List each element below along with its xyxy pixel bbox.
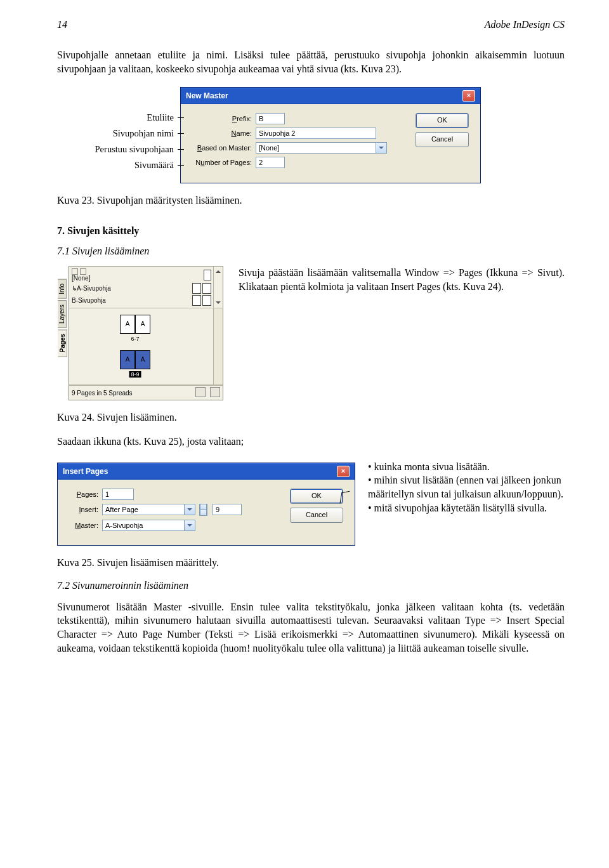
name-label: Name: [188, 129, 256, 137]
close-icon[interactable]: × [337, 466, 350, 477]
caption-24: Kuva 24. Sivujen lisääminen. [57, 412, 565, 423]
chevron-down-icon[interactable] [185, 504, 195, 515]
bullet-1: kuinka monta sivua lisätään. [368, 460, 565, 474]
new-master-dialog: New Master × Prefix: Name: Based on Mast… [180, 87, 481, 183]
page-icon [202, 283, 211, 294]
page-icon [202, 295, 211, 306]
caption-23: Kuva 23. Sivupohjan määritysten lisäämin… [57, 195, 565, 206]
based-on-label: Based on Master: [188, 144, 256, 152]
page-number: 14 [57, 19, 67, 30]
cancel-button[interactable]: Cancel [416, 132, 469, 147]
paragraph-25-intro: Saadaan ikkuna (kts. Kuva 25), josta val… [57, 435, 565, 449]
panel-nav-icon[interactable] [72, 268, 78, 275]
pages-status: 9 Pages in 5 Spreads [72, 390, 133, 397]
pages-input[interactable] [102, 489, 134, 500]
bullet-2: mihin sivut lisätään (ennen vai jälkeen … [368, 473, 565, 501]
spread-8-9-selected[interactable]: A A 8-9 [120, 350, 150, 369]
tab-info[interactable]: Info [58, 279, 67, 299]
spread-label: 6-7 [120, 336, 150, 342]
paragraph-7-1: Sivuja päästään lisäämään valitsemalla W… [239, 266, 565, 293]
master-none[interactable]: [None] [72, 275, 90, 282]
panel-nav-icon[interactable] [80, 268, 86, 275]
master-combo[interactable] [102, 520, 185, 531]
page-icon [192, 295, 201, 306]
prefix-input[interactable] [256, 113, 285, 124]
insert-page-number-input[interactable] [213, 504, 242, 515]
tab-layers[interactable]: Layers [58, 300, 67, 328]
insert-pages-dialog: Insert Pages × Pages: Insert: [57, 463, 355, 546]
pages-label: Pages: [65, 490, 102, 498]
insert-label: Insert: [65, 506, 102, 513]
prefix-label: Prefix: [188, 115, 256, 122]
page-thumb[interactable]: A [120, 350, 135, 369]
num-pages-label: Number of Pages: [188, 159, 256, 166]
insert-pages-title: Insert Pages [63, 467, 108, 476]
section-7-heading: 7. Sivujen käsittely [57, 225, 565, 237]
page-thumb[interactable]: A [135, 350, 150, 369]
name-input[interactable] [256, 128, 376, 139]
bullet-3: mitä sivupohjaa käytetään lisätyllä sivu… [368, 501, 565, 515]
insert-pages-bullets: kuinka monta sivua lisätään. mihin sivut… [368, 460, 565, 515]
insert-position-combo[interactable] [102, 504, 185, 515]
scrollbar[interactable] [213, 266, 223, 308]
spread-6-7[interactable]: A A 6-7 [120, 315, 150, 334]
spread-label: 8-9 [129, 371, 141, 378]
callout-based-on: Perustuu sivupohjaan [57, 141, 178, 157]
based-on-combo[interactable] [256, 142, 376, 154]
trash-icon[interactable] [210, 387, 220, 397]
ok-button[interactable]: OK [416, 113, 469, 128]
intro-paragraph: Sivupohjalle annetaan etuliite ja nimi. … [57, 48, 565, 76]
close-icon[interactable]: × [462, 90, 475, 102]
chevron-down-icon[interactable] [185, 520, 195, 531]
scrollbar[interactable] [213, 308, 223, 385]
page-icon [204, 270, 211, 280]
num-pages-input[interactable] [256, 157, 285, 168]
master-label: Master: [65, 522, 102, 529]
paragraph-7-2: Sivunumerot lisätään Master -sivuille. E… [57, 600, 565, 655]
page-icon [192, 283, 201, 294]
callout-prefix: Etuliite [57, 110, 178, 126]
caption-25: Kuva 25. Sivujen lisäämisen määrittely. [57, 557, 565, 569]
cancel-button[interactable]: Cancel [290, 508, 343, 523]
callout-page-count: Sivumäärä [57, 157, 178, 173]
callout-labels: Etuliite Sivupohjan nimi Perustuu sivupo… [57, 87, 178, 173]
tab-pages[interactable]: Pages [58, 329, 67, 357]
section-7-1-heading: 7.1 Sivujen lisääminen [57, 246, 565, 257]
master-a[interactable]: ↳A-Sivupohja [72, 285, 111, 292]
new-master-title: New Master [186, 91, 228, 100]
pages-panel: Info Layers Pages [None] ↳A-Sivupohja B-… [69, 266, 223, 400]
callout-name: Sivupohjan nimi [57, 126, 178, 141]
chevron-down-icon[interactable] [376, 142, 387, 154]
ok-button[interactable]: OK [290, 489, 343, 504]
section-7-2-heading: 7.2 Sivunumeroinnin lisääminen [57, 580, 565, 591]
page-thumb[interactable]: A [135, 315, 150, 334]
page-number-spinner[interactable] [199, 504, 207, 516]
new-page-icon[interactable] [195, 387, 206, 397]
doc-title: Adobe InDesign CS [485, 19, 565, 30]
master-b[interactable]: B-Sivupohja [72, 297, 106, 304]
page-thumb[interactable]: A [120, 315, 135, 334]
